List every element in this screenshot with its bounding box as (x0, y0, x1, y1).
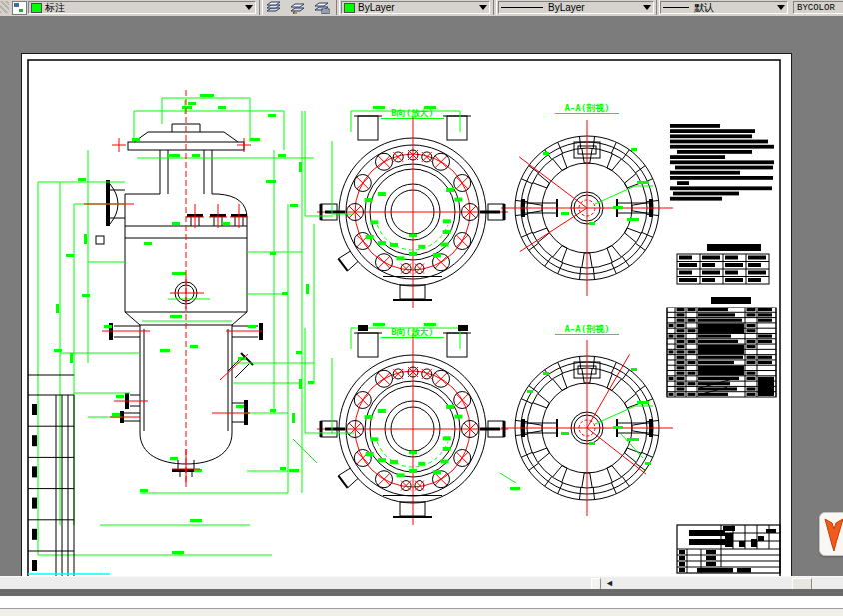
color-dropdown[interactable]: ByLayer (341, 1, 490, 14)
layer-color-swatch (31, 3, 42, 13)
cad-application-window: { "toolbar": { "layer_combo": { "value":… (0, 0, 843, 616)
nozzle-table (667, 297, 776, 397)
view-title-a-bottom: A-A(剖视) (564, 324, 609, 334)
lineweight-value: 默认 (694, 2, 775, 13)
layer-manager-icon[interactable] (12, 1, 27, 15)
horizontal-scrollbar[interactable]: ◄ (0, 576, 843, 589)
b-view-bottom (289, 323, 520, 525)
layer-states-button[interactable] (311, 0, 333, 15)
data-table-small (677, 244, 769, 284)
view-title-a-top: A-A(剖视) (564, 103, 609, 113)
cropped-toolbar-icon[interactable] (0, 1, 9, 13)
view-title-b-bottom: B向(放大) (391, 327, 433, 337)
layer-previous-button[interactable] (287, 0, 309, 15)
toolbar-separator (336, 0, 340, 15)
linetype-sample (501, 7, 543, 8)
layer-name: 标注 (45, 2, 243, 13)
toolbar-separator (493, 0, 497, 15)
layers-back-icon (289, 1, 306, 14)
top-toolbar: 标注 ByLayer ByLayer (0, 0, 843, 15)
linetype-dropdown[interactable]: ByLayer (498, 1, 654, 14)
chevron-down-icon[interactable] (643, 5, 651, 10)
plotstyle-value: BYCOLOR (797, 3, 835, 13)
title-block (677, 525, 780, 573)
window-divider (0, 589, 843, 596)
layer-dropdown[interactable]: 标注 (28, 1, 256, 14)
floating-badge-button[interactable] (819, 512, 843, 556)
view-title-b-top: B向(放大) (391, 108, 433, 118)
a-view-top (501, 120, 673, 296)
b-view-top (299, 106, 508, 308)
make-object-layer-current-button[interactable] (263, 0, 285, 15)
chevron-down-icon[interactable] (777, 5, 785, 10)
command-line[interactable] (0, 596, 843, 608)
chevron-down-icon[interactable] (245, 5, 253, 10)
linetype-value: ByLayer (548, 2, 641, 13)
scroll-left-arrow-icon[interactable]: ◄ (605, 577, 614, 589)
elevation-view (38, 90, 354, 555)
technical-notes-block (670, 124, 774, 201)
vessel-drawing: B向(放大) A-A(剖视) B向(放大) A-A(剖视) (22, 54, 791, 588)
model-space-canvas[interactable]: B向(放大) A-A(剖视) B向(放大) A-A(剖视) (0, 16, 843, 576)
chevron-down-icon[interactable] (479, 5, 487, 10)
layers-list-icon (313, 1, 330, 14)
current-color-swatch (344, 3, 355, 13)
status-area (0, 609, 843, 616)
lineweight-dropdown[interactable]: 默认 (660, 1, 788, 14)
orange-v-icon (820, 513, 843, 553)
lineweight-sample (663, 7, 689, 8)
color-value: ByLayer (358, 2, 477, 13)
drawing-sheet[interactable]: B向(放大) A-A(剖视) B向(放大) A-A(剖视) (22, 54, 791, 588)
plotstyle-dropdown[interactable]: BYCOLOR (793, 1, 843, 14)
view-title-underlines (381, 114, 619, 338)
a-view-bottom (501, 340, 673, 516)
layers-icon (265, 1, 282, 14)
